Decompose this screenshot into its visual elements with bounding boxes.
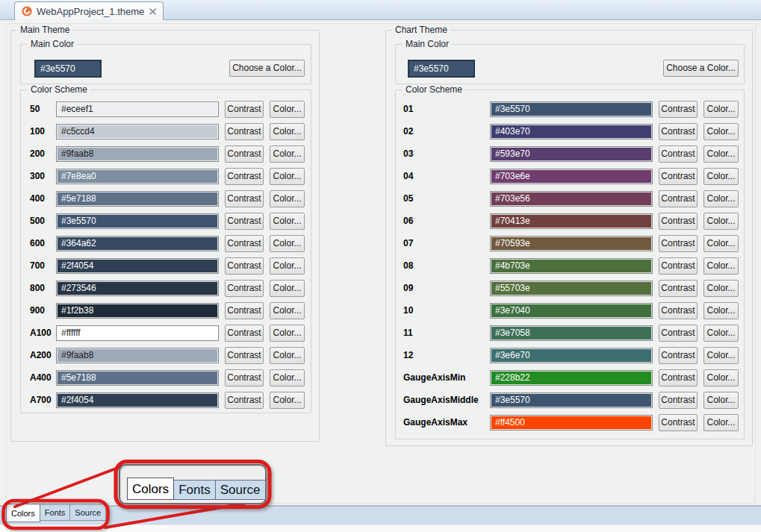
color-button[interactable]: Color... [270, 347, 305, 364]
color-button[interactable]: Color... [270, 302, 305, 319]
scheme-color-swatch: #1f2b38 [56, 303, 219, 319]
tab-fonts[interactable]: Fonts [40, 504, 71, 521]
scheme-row-label: A700 [30, 395, 56, 405]
contrast-button[interactable]: Contrast [659, 235, 698, 252]
contrast-button[interactable]: Contrast [225, 123, 264, 140]
color-button[interactable]: Color... [703, 392, 739, 409]
color-button[interactable]: Color... [270, 392, 305, 409]
main-theme-main-color-group: Main Color #3e5570 Choose a Color... [20, 44, 311, 84]
contrast-button[interactable]: Contrast [225, 392, 264, 409]
scheme-color-swatch: #55703e [490, 281, 653, 296]
color-button[interactable]: Color... [703, 168, 739, 185]
contrast-button[interactable]: Contrast [225, 325, 264, 342]
scheme-color-swatch: #3e6e70 [490, 348, 653, 363]
magnified-tab-fonts[interactable]: Fonts [174, 480, 216, 500]
scheme-color-swatch: #ffffff [56, 325, 219, 341]
color-button[interactable]: Color... [270, 257, 305, 275]
color-button[interactable]: Color... [270, 101, 305, 118]
editor-tab-title: WebAppProject_1.theme [37, 6, 144, 17]
color-button[interactable]: Color... [270, 213, 305, 230]
tab-source[interactable]: Source [70, 504, 106, 521]
chart-theme-main-color-group: Main Color #3e5570 Choose a Color... [395, 44, 745, 84]
contrast-button[interactable]: Contrast [225, 235, 264, 252]
main-color-label: Main Color [28, 39, 77, 49]
color-button[interactable]: Color... [703, 145, 739, 163]
close-icon[interactable] [149, 8, 156, 15]
color-scheme-row: 200 #9faab8 Contrast Color... [21, 143, 311, 165]
contrast-button[interactable]: Contrast [225, 213, 264, 230]
color-button[interactable]: Color... [270, 190, 305, 207]
contrast-button[interactable]: Contrast [225, 280, 264, 297]
color-button[interactable]: Color... [703, 414, 739, 431]
contrast-button[interactable]: Contrast [659, 369, 698, 387]
editor-tab-webappproject[interactable]: WebAppProject_1.theme [14, 1, 164, 20]
scheme-color-swatch: #7e8ea0 [56, 169, 219, 184]
contrast-button[interactable]: Contrast [225, 101, 264, 118]
color-button[interactable]: Color... [703, 347, 739, 364]
color-button[interactable]: Color... [703, 257, 739, 275]
contrast-button[interactable]: Contrast [225, 190, 264, 207]
color-button[interactable]: Color... [270, 145, 305, 163]
contrast-button[interactable]: Contrast [659, 325, 698, 342]
contrast-button[interactable]: Contrast [659, 145, 698, 163]
main-theme-color-scheme-group: Color Scheme 50 #eceef1 Contrast Color..… [20, 90, 311, 413]
color-button[interactable]: Color... [270, 325, 305, 342]
color-scheme-row: A100 #ffffff Contrast Color... [21, 322, 311, 344]
contrast-button[interactable]: Contrast [659, 414, 698, 431]
color-button[interactable]: Color... [703, 213, 739, 230]
color-scheme-row: A200 #9faab8 Contrast Color... [21, 344, 311, 366]
color-button[interactable]: Color... [270, 123, 305, 140]
choose-a-color-button[interactable]: Choose a Color... [229, 60, 305, 77]
color-scheme-row: 50 #eceef1 Contrast Color... [21, 98, 311, 120]
magnified-tab-source[interactable]: Source [216, 480, 266, 500]
contrast-button[interactable]: Contrast [659, 257, 698, 275]
magnified-tab-colors[interactable]: Colors [127, 478, 174, 500]
contrast-button[interactable]: Contrast [659, 280, 698, 297]
color-button[interactable]: Color... [703, 280, 739, 297]
color-button[interactable]: Color... [703, 101, 739, 118]
color-button[interactable]: Color... [270, 168, 305, 185]
color-scheme-row: 400 #5e7188 Contrast Color... [21, 187, 311, 210]
scheme-row-label: 03 [403, 148, 490, 159]
contrast-button[interactable]: Contrast [225, 302, 264, 319]
scheme-row-label: 400 [30, 193, 56, 204]
contrast-button[interactable]: Contrast [659, 213, 698, 230]
choose-a-color-button[interactable]: Choose a Color... [663, 60, 739, 77]
contrast-button[interactable]: Contrast [225, 347, 264, 364]
color-scheme-row: 01 #3e5570 Contrast Color... [396, 98, 744, 120]
color-button[interactable]: Color... [270, 369, 305, 387]
color-button[interactable]: Color... [703, 190, 739, 207]
color-scheme-row: 500 #3e5570 Contrast Color... [21, 210, 311, 232]
color-button[interactable]: Color... [270, 280, 305, 297]
contrast-button[interactable]: Contrast [659, 347, 698, 364]
color-button[interactable]: Color... [703, 123, 739, 140]
color-button[interactable]: Color... [703, 302, 739, 319]
contrast-button[interactable]: Contrast [659, 302, 698, 319]
scheme-row-label: A100 [30, 328, 56, 338]
contrast-button[interactable]: Contrast [225, 168, 264, 185]
contrast-button[interactable]: Contrast [659, 101, 698, 118]
color-button[interactable]: Color... [703, 325, 739, 342]
scheme-row-label: 07 [403, 238, 490, 248]
main-color-swatch: #3e5570 [408, 60, 475, 78]
tab-colors[interactable]: Colors [6, 504, 40, 522]
color-button[interactable]: Color... [703, 369, 739, 387]
scheme-row-label: 700 [30, 260, 56, 271]
contrast-button[interactable]: Contrast [225, 145, 264, 163]
color-button[interactable]: Color... [703, 235, 739, 252]
color-scheme-row: 07 #70593e Contrast Color... [396, 232, 744, 254]
contrast-button[interactable]: Contrast [659, 190, 698, 207]
contrast-button[interactable]: Contrast [659, 392, 698, 409]
contrast-button[interactable]: Contrast [659, 168, 698, 185]
color-scheme-row: 06 #70413e Contrast Color... [396, 210, 744, 232]
scheme-color-swatch: #2f4054 [56, 392, 219, 408]
color-scheme-label: Color Scheme [403, 84, 465, 95]
scheme-row-label: 300 [30, 171, 56, 181]
color-scheme-row: 04 #703e6e Contrast Color... [396, 165, 744, 187]
scheme-row-label: GaugeAxisMin [403, 372, 490, 383]
contrast-button[interactable]: Contrast [659, 123, 698, 140]
contrast-button[interactable]: Contrast [225, 257, 264, 275]
color-button[interactable]: Color... [270, 235, 305, 252]
color-scheme-row: GaugeAxisMiddle #3e5570 Contrast Color..… [396, 389, 744, 411]
contrast-button[interactable]: Contrast [225, 369, 264, 387]
